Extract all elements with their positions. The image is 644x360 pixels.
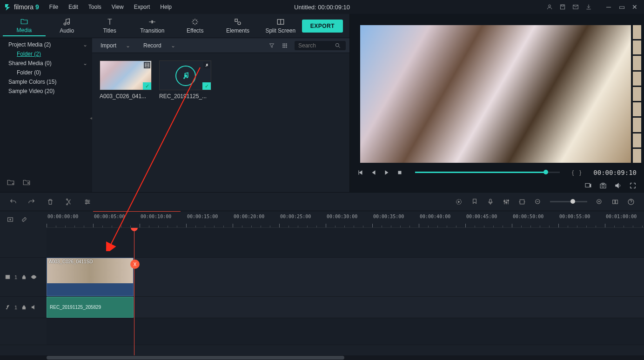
sidebar-item-folder0[interactable]: Folder (0) — [0, 68, 92, 77]
record-dropdown[interactable]: Record⌄ — [139, 40, 180, 51]
undo-icon[interactable] — [9, 198, 17, 206]
tab-audio-label: Audio — [60, 27, 74, 34]
zoom-in-icon[interactable] — [596, 198, 603, 206]
tab-audio[interactable]: Audio — [46, 16, 88, 36]
menu-edit[interactable]: Edit — [64, 2, 83, 12]
lock-icon[interactable] — [21, 274, 27, 280]
link-icon[interactable] — [20, 216, 28, 223]
collapse-handle-icon[interactable]: ◂ — [90, 115, 92, 120]
message-icon[interactable] — [572, 4, 579, 10]
search-box[interactable] — [295, 41, 346, 50]
zoom-slider[interactable] — [550, 201, 587, 202]
preview-thumbnails-strip[interactable] — [633, 25, 641, 163]
svg-point-0 — [549, 5, 551, 7]
import-dropdown[interactable]: Import⌄ — [96, 40, 135, 51]
play-back-icon[interactable] — [370, 169, 377, 176]
audio-clip[interactable]: REC_20191125_205829 — [47, 297, 134, 318]
video-clip[interactable]: A003_C026_0411SD — [47, 258, 134, 296]
svg-rect-30 — [602, 183, 604, 184]
tab-splitscreen[interactable]: Split Screen — [259, 16, 302, 36]
chevron-down-icon: ⌄ — [83, 41, 87, 48]
track-body-overlay[interactable] — [47, 228, 644, 257]
scrollbar-thumb[interactable] — [47, 356, 344, 360]
menu-help[interactable]: Help — [155, 2, 176, 12]
snapshot-icon[interactable] — [599, 182, 607, 189]
delete-icon[interactable] — [47, 198, 54, 206]
account-icon[interactable] — [546, 4, 553, 10]
app-version: 9 — [35, 3, 39, 11]
playhead-selection — [93, 211, 181, 212]
svg-rect-40 — [506, 202, 507, 203]
track-body-audio[interactable]: REC_20191125_205829 — [47, 297, 644, 318]
eye-icon[interactable] — [31, 274, 37, 280]
lock-icon[interactable] — [21, 304, 27, 310]
menu-view[interactable]: View — [107, 2, 128, 12]
sparkle-icon — [191, 18, 199, 26]
splitscreen-icon — [276, 18, 285, 26]
svg-rect-62 — [22, 307, 26, 309]
sidebar-item-sample-video[interactable]: Sample Video (20) — [0, 87, 92, 96]
new-folder-icon[interactable] — [7, 178, 15, 187]
mark-in-out-icon[interactable]: { } — [572, 169, 583, 176]
minimize-button[interactable]: ─ — [603, 3, 614, 11]
cut-marker[interactable] — [130, 260, 140, 269]
ruler-tick: 00:00:35:00 — [373, 214, 404, 219]
stop-icon[interactable] — [396, 169, 403, 176]
split-icon[interactable] — [65, 198, 73, 206]
timeline-ruler[interactable]: 00:00:00:0000:00:05:0000:00:10:0000:00:1… — [47, 211, 644, 228]
chevron-down-icon: ⌄ — [171, 42, 175, 49]
menu-export[interactable]: Export — [129, 2, 155, 12]
search-input[interactable] — [298, 42, 335, 49]
ruler-tick: 00:00:50:00 — [513, 214, 543, 219]
prev-frame-icon[interactable] — [357, 169, 364, 176]
fit-zoom-icon[interactable] — [611, 198, 619, 206]
speaker-icon[interactable] — [31, 304, 37, 310]
tab-titles[interactable]: Titles — [88, 16, 131, 36]
ruler-tick: 00:00:15:00 — [187, 214, 218, 219]
add-track-icon[interactable] — [7, 216, 14, 223]
menu-tools[interactable]: Tools — [84, 2, 106, 12]
tab-transition[interactable]: Transition — [131, 16, 174, 36]
close-button[interactable]: ✕ — [629, 3, 640, 11]
download-icon[interactable] — [585, 4, 592, 10]
tab-effects[interactable]: Effects — [174, 16, 216, 36]
adjust-icon[interactable] — [84, 198, 91, 206]
audio-mixer-icon[interactable] — [503, 198, 510, 206]
menu-file[interactable]: File — [45, 2, 63, 12]
tab-transition-label: Transition — [140, 27, 164, 34]
zoom-out-icon[interactable] — [534, 198, 542, 206]
sidebar-item-sample-colors[interactable]: Sample Colors (15) — [0, 77, 92, 87]
tab-elements[interactable]: Elements — [216, 16, 259, 36]
maximize-button[interactable]: ▭ — [616, 3, 627, 11]
delete-folder-icon[interactable] — [22, 178, 31, 187]
quality-icon[interactable] — [584, 182, 592, 189]
save-icon[interactable] — [559, 4, 566, 10]
svg-point-29 — [602, 185, 604, 187]
sidebar-item-folder[interactable]: Folder (2) — [0, 49, 92, 59]
timeline-scrollbar[interactable] — [0, 355, 644, 360]
crop-icon[interactable] — [518, 198, 526, 206]
grid-view-icon[interactable] — [282, 42, 288, 49]
progress-knob[interactable] — [543, 170, 548, 174]
marker-icon[interactable] — [471, 198, 478, 206]
playhead[interactable] — [134, 228, 134, 355]
voiceover-icon[interactable] — [487, 198, 494, 206]
preview-viewport[interactable] — [360, 25, 631, 163]
preview-progress[interactable] — [415, 172, 560, 173]
export-button[interactable]: EXPORT — [302, 20, 343, 33]
tab-media[interactable]: Media — [3, 15, 46, 36]
zoom-knob[interactable] — [570, 199, 575, 204]
volume-icon[interactable] — [614, 182, 622, 189]
sidebar-item-project-media[interactable]: Project Media (2)⌄ — [0, 40, 92, 49]
play-icon[interactable] — [383, 169, 390, 176]
help-icon[interactable] — [627, 198, 635, 206]
media-thumb-audio[interactable]: ✓ REC_20191125_... — [159, 60, 211, 100]
track-index: 1 — [14, 305, 17, 310]
filter-icon[interactable] — [268, 42, 275, 49]
render-icon[interactable] — [455, 198, 463, 206]
fullscreen-icon[interactable] — [629, 182, 637, 189]
redo-icon[interactable] — [28, 198, 35, 206]
music-badge-icon — [203, 62, 210, 68]
sidebar-item-shared-media[interactable]: Shared Media (0)⌄ — [0, 59, 92, 68]
media-thumb-video[interactable]: ✓ A003_C026_041... — [100, 60, 152, 100]
